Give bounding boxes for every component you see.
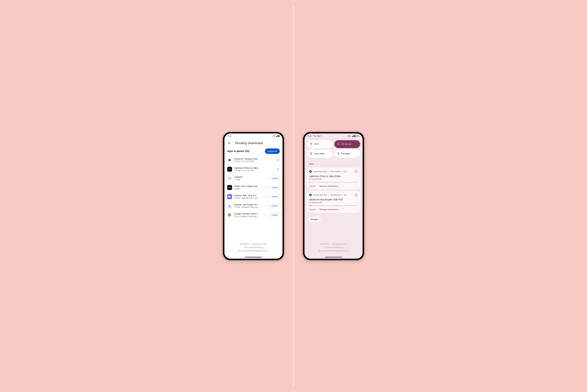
update-button[interactable]: Update: [269, 194, 280, 199]
app-name: Gboard - the Google Ke...: [234, 204, 260, 206]
signal-icon: [276, 135, 277, 137]
notification-title: Lightroom Photo & Video Editor: [309, 175, 358, 178]
app-meta: Lightroom Photo & Video Editor102 MB • 1…: [234, 167, 274, 172]
app-row[interactable]: ChatGPT3.6 MBUpdate: [227, 174, 280, 183]
app-row[interactable]: LrLightroom Photo & Video Editor102 MB •…: [227, 164, 280, 174]
notification-card[interactable]: Google Play Store•Downloading•nowAdobe A…: [307, 191, 361, 213]
cancel-download-button[interactable]: [276, 167, 280, 172]
phone-left: 2:26 LTE Pending downloads Apps & games …: [223, 132, 284, 260]
expand-button[interactable]: [263, 185, 268, 190]
back-button[interactable]: [227, 141, 232, 146]
gesture-bar[interactable]: [245, 257, 262, 258]
app-subtitle: 102 MB • 1% of 102 MB: [234, 170, 274, 172]
svg-rect-18: [354, 135, 355, 137]
update-button[interactable]: Update: [269, 212, 280, 217]
svg-rect-10: [229, 206, 229, 207]
app-row[interactable]: CREDCRED: UPI, Credit Card...40 MBUpdate: [227, 183, 280, 192]
app-subtitle: 47 MB • 1% of 48.66 MB: [234, 160, 274, 162]
app-icon-chatgpt: [227, 176, 232, 181]
app-row[interactable]: Google Chrome: Fast & ...52 kB • Updated…: [227, 210, 280, 220]
phone-right: 2:25 Thu, Mar 7 LTE+ 94% Wi-Fi: [303, 132, 364, 260]
cancel-action[interactable]: Cancel: [309, 208, 316, 210]
manage-notifications-action[interactable]: Manage Notifications: [320, 185, 339, 187]
app-meta: Gboard - the Google Ke...1.0 MB • Update…: [234, 204, 261, 208]
gesture-bar[interactable]: [325, 257, 342, 258]
status-bar: 2:25 Thu, Mar 7 LTE+ 94%: [305, 134, 363, 139]
notification-card[interactable]: Google Play Store•Downloading•nowLightro…: [307, 168, 361, 189]
battery-icon: [278, 135, 279, 137]
svg-rect-1: [279, 135, 279, 135]
notification-subtitle: 12 minutes left: [309, 178, 358, 180]
app-subtitle: 34 MB • Updated 5 days ago: [234, 197, 261, 199]
svg-rect-11: [229, 206, 230, 207]
svg-point-8: [229, 205, 229, 206]
qs-tile-label: Auto-rotate: [314, 152, 325, 155]
app-row[interactable]: Discord: Talk, Chat & H...34 MB • Update…: [227, 192, 280, 201]
app-meta: Google Chrome: Fast & ...52 kB • Updated…: [234, 212, 261, 218]
notification-title: Adobe Acrobat Reader: Edit PDF: [309, 198, 358, 201]
app-meta: Discord: Talk, Chat & H...34 MB • Update…: [234, 194, 261, 199]
expand-button[interactable]: [263, 213, 268, 217]
cancel-action[interactable]: Cancel: [309, 185, 316, 187]
expand-button[interactable]: [263, 204, 268, 208]
page-title: Pending downloads: [235, 141, 263, 145]
app-subtitle: 3.6 MB: [234, 179, 261, 181]
expand-button[interactable]: [263, 176, 268, 181]
app-subtitle: 1.0 MB • Updated 6 days ago: [234, 206, 261, 208]
manage-notifications-action[interactable]: Manage Notifications: [320, 208, 339, 210]
svg-point-17: [229, 214, 230, 216]
row-actions: Update: [263, 185, 280, 190]
progress-bar: [309, 206, 358, 206]
play-store-icon: [309, 170, 312, 173]
section-title: Apps & games (15): [227, 150, 249, 152]
update-button[interactable]: Update: [269, 176, 280, 181]
qs-tile-label: JIO 4G-Jio: [341, 143, 351, 145]
notification-subtitle: 24 seconds left: [309, 202, 358, 204]
notification-section-label: Silent: [307, 162, 361, 166]
notification-actions: CancelManage Notifications: [309, 208, 358, 210]
app-icon-lightroom: Lr: [227, 167, 232, 172]
signal-icon: [352, 135, 354, 137]
cancel-all-button[interactable]: Cancel all: [265, 148, 280, 154]
flashlight-icon: [337, 152, 340, 155]
manage-button[interactable]: Manage: [308, 217, 321, 222]
app-meta: CRED: UPI, Credit Card...40 MB: [234, 185, 261, 190]
app-icon-dream11: [227, 158, 232, 162]
notification-area: Silent Google Play Store•Downloading•now…: [306, 160, 362, 259]
battery-percent: 94%: [356, 135, 360, 137]
svg-rect-13: [230, 206, 230, 207]
notification-header: Google Play Store•Downloading•now: [309, 193, 358, 197]
collapse-button[interactable]: [354, 170, 358, 173]
expand-button[interactable]: [263, 194, 268, 199]
app-icon-gboard: [227, 204, 232, 208]
page-header: Pending downloads: [224, 139, 282, 148]
update-button[interactable]: Update: [269, 204, 280, 208]
data-icon: [337, 143, 340, 146]
qs-tile-cellular[interactable]: JIO 4G-Jio: [334, 140, 360, 148]
quick-settings-tiles: Wi-Fi JIO 4G-Jio Auto-rotate Flashlight: [305, 139, 363, 160]
collapse-button[interactable]: [354, 193, 358, 197]
row-actions: Update: [263, 204, 280, 208]
app-meta: Dream11: Fantasy Cricket App47 MB • 1% o…: [234, 158, 274, 162]
app-name: Discord: Talk, Chat & H...: [234, 194, 260, 197]
app-row[interactable]: Dream11: Fantasy Cricket App47 MB • 1% o…: [227, 156, 280, 164]
qs-tile-flashlight[interactable]: Flashlight: [334, 150, 360, 158]
app-subtitle: 40 MB: [234, 188, 261, 190]
update-button[interactable]: Update: [269, 185, 280, 190]
notification-state: Downloading: [330, 170, 341, 172]
cancel-download-button[interactable]: [276, 158, 280, 162]
play-store-icon: [309, 194, 312, 196]
app-row[interactable]: Gboard - the Google Ke...1.0 MB • Update…: [227, 201, 280, 210]
status-network-label: LTE: [272, 135, 275, 137]
qs-tile-rotate[interactable]: Auto-rotate: [307, 150, 333, 158]
watermark-line: @Assembledebug: [224, 246, 282, 249]
row-actions: Update: [263, 212, 280, 217]
play-store-screen: 2:26 LTE Pending downloads Apps & games …: [224, 134, 282, 259]
divider: [293, 6, 294, 386]
svg-point-21: [338, 154, 338, 154]
notification-actions: CancelManage Notifications: [309, 185, 358, 187]
row-actions: [276, 158, 280, 162]
qs-tile-wifi[interactable]: Wi-Fi: [307, 140, 333, 148]
app-name: Lightroom Photo & Video Editor: [234, 167, 260, 169]
svg-point-3: [230, 196, 230, 197]
